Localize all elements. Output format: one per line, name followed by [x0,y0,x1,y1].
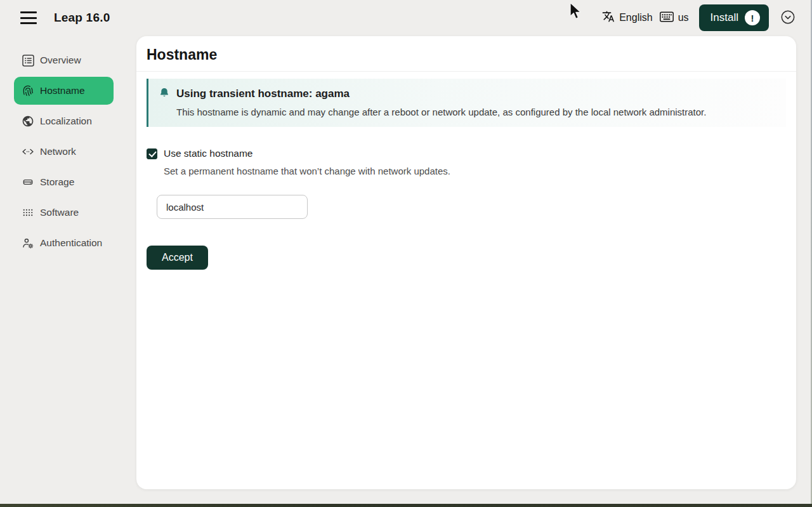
sidebar-item-network[interactable]: Network [14,138,114,166]
install-issues-badge: ! [745,10,760,25]
top-bar: Leap 16.0 English us Install ! [0,0,812,36]
sidebar-item-label: Localization [40,115,92,127]
sidebar-item-localization[interactable]: Localization [14,107,114,135]
content-card: Hostname Using transient hostname: agama… [136,36,796,489]
locale-summary: English us [602,10,688,25]
sidebar-item-label: Hostname [40,85,85,96]
sidebar-item-software[interactable]: Software [14,199,114,227]
product-title: Leap 16.0 [54,11,110,25]
install-button[interactable]: Install ! [699,4,769,31]
user-gear-icon [22,237,34,249]
chevron-down-circle-icon [780,10,796,27]
static-hostname-section: Use static hostname Set a permanent host… [147,148,786,176]
use-static-hostname-label[interactable]: Use static hostname [164,148,252,159]
overview-list-icon [22,54,34,67]
keyboard-layout-label: us [678,12,689,23]
sidebar-item-storage[interactable]: Storage [14,168,114,196]
sidebar-item-label: Software [40,207,79,218]
keyboard-icon [660,11,674,25]
storage-drive-icon [22,176,34,188]
translate-icon [602,10,615,25]
sidebar-item-authentication[interactable]: Authentication [14,229,114,257]
network-icon [22,145,34,158]
language-label: English [619,12,652,23]
hostname-input[interactable] [157,195,308,219]
sidebar-nav: Overview Hostname Localization Network S… [0,36,136,507]
accept-button[interactable]: Accept [147,246,208,270]
page-header: Hostname [136,36,796,72]
sidebar-item-label: Overview [40,55,81,66]
sidebar-item-label: Authentication [40,237,102,249]
static-hostname-description: Set a permanent hostname that won’t chan… [164,166,786,176]
menu-hamburger-icon[interactable] [20,11,37,24]
use-static-hostname-checkbox[interactable] [147,148,157,159]
page-title: Hostname [147,46,786,63]
sidebar-item-overview[interactable]: Overview [14,46,114,74]
header-options-toggle[interactable] [780,10,796,27]
sidebar-item-hostname[interactable]: Hostname [14,77,114,105]
transient-hostname-alert: Using transient hostname: agama This hos… [147,79,786,127]
desktop-background-strip [0,504,812,507]
install-button-label: Install [710,11,738,24]
accept-button-label: Accept [162,252,193,263]
alert-description: This hostname is dynamic and may change … [176,107,776,117]
sidebar-item-label: Storage [40,176,74,188]
software-grid-icon [22,206,34,219]
fingerprint-icon [22,84,34,97]
globe-icon [22,115,34,128]
alert-title: Using transient hostname: agama [176,88,350,100]
bell-icon [159,87,170,101]
sidebar-item-label: Network [40,146,76,157]
